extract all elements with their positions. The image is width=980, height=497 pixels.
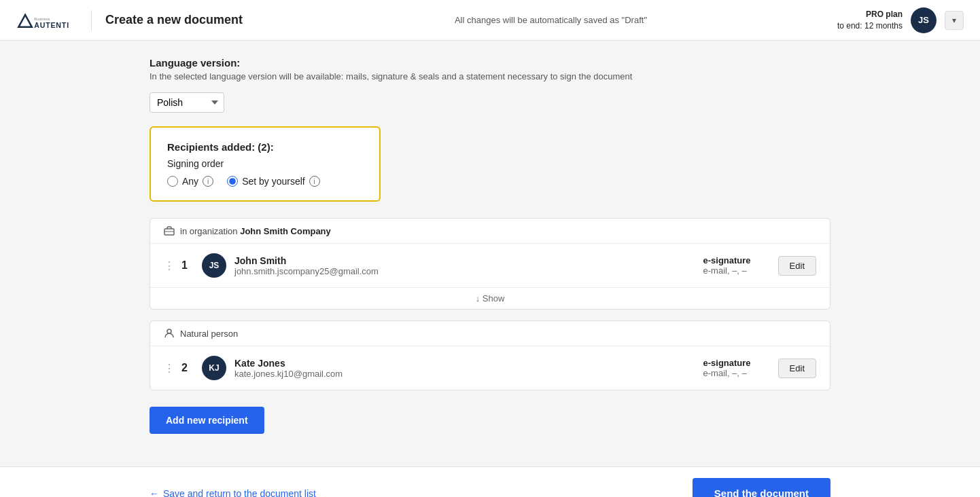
- recipient-name-1: John Smith: [234, 255, 703, 266]
- show-row-1[interactable]: ↓ Show: [150, 287, 830, 309]
- sig-info-1: e-signature e-mail, –, –: [703, 255, 751, 276]
- org-header-2: Natural person: [150, 321, 830, 346]
- recipient-info-2: Kate Jones kate.jones.kj10@gmail.com: [234, 358, 703, 379]
- main-content: Language version: In the selected langua…: [0, 41, 980, 466]
- svg-point-5: [167, 329, 171, 333]
- sig-info-2: e-signature e-mail, –, –: [703, 358, 751, 378]
- recipient-avatar-2: KJ: [202, 356, 226, 380]
- svg-text:AUTENTI: AUTENTI: [34, 20, 69, 29]
- signing-order-label: Signing order: [167, 158, 363, 169]
- organization-icon: [164, 225, 175, 236]
- logo-area: Business AUTENTI Create a new document: [16, 8, 243, 33]
- recipient-avatar-1: JS: [202, 253, 226, 278]
- user-avatar[interactable]: JS: [911, 7, 937, 33]
- send-document-button[interactable]: Send the document: [693, 478, 830, 497]
- language-section: Language version: In the selected langua…: [150, 57, 830, 126]
- org-name-1: John Smith Company: [240, 226, 331, 236]
- radio-set-by-yourself[interactable]: Set by yourself i: [227, 176, 320, 187]
- add-recipient-button[interactable]: Add new recipient: [150, 407, 264, 434]
- save-link-label: Save and return to the document list: [163, 488, 316, 498]
- recipient-body-2: ⋮ 2 KJ Kate Jones kate.jones.kj10@gmail.…: [150, 346, 830, 390]
- radio-any[interactable]: Any i: [167, 176, 213, 187]
- header-right: PRO plan to end: 12 months JS ▾: [837, 7, 964, 33]
- recipients-title: Recipients added: (2):: [167, 141, 363, 153]
- language-section-title: Language version:: [150, 57, 830, 69]
- language-section-subtitle: In the selected language version will be…: [150, 71, 830, 81]
- drag-handle-1[interactable]: ⋮: [164, 259, 173, 272]
- header: Business AUTENTI Create a new document A…: [0, 0, 980, 41]
- order-num-2: 2: [181, 362, 192, 374]
- signing-order-radio-group: Any i Set by yourself i: [167, 176, 363, 187]
- recipient-email-1: john.smith.jscompany25@gmail.com: [234, 266, 703, 276]
- natural-person-icon: [164, 328, 175, 339]
- order-num-1: 1: [181, 259, 192, 272]
- any-info-icon: i: [203, 176, 213, 187]
- drag-handle-2[interactable]: ⋮: [164, 362, 173, 375]
- footer-bar: ← Save and return to the document list S…: [0, 466, 980, 497]
- natural-person-label: Natural person: [180, 329, 238, 339]
- org-header-1: in organization John Smith Company: [150, 219, 830, 244]
- recipient-info-1: John Smith john.smith.jscompany25@gmail.…: [234, 255, 703, 276]
- recipient-card-1: in organization John Smith Company ⋮ 1 J…: [150, 218, 830, 310]
- save-link[interactable]: ← Save and return to the document list: [150, 488, 316, 498]
- edit-button-2[interactable]: Edit: [778, 358, 816, 378]
- recipient-card-2: Natural person ⋮ 2 KJ Kate Jones kate.jo…: [150, 320, 830, 390]
- pro-plan-info: PRO plan to end: 12 months: [837, 9, 903, 32]
- recipients-box: Recipients added: (2): Signing order Any…: [150, 126, 381, 202]
- autosave-notice: All changes will be automatically saved …: [264, 15, 837, 25]
- user-menu-toggle[interactable]: ▾: [945, 11, 964, 30]
- recipient-name-2: Kate Jones: [234, 358, 703, 369]
- page-title: Create a new document: [105, 13, 243, 27]
- autenti-logo: Business AUTENTI: [16, 8, 77, 33]
- set-by-yourself-info-icon: i: [309, 176, 320, 187]
- language-select[interactable]: Polish English German French: [150, 92, 224, 113]
- back-arrow-icon: ←: [150, 488, 159, 498]
- recipient-email-2: kate.jones.kj10@gmail.com: [234, 369, 703, 379]
- svg-marker-0: [18, 14, 32, 26]
- edit-button-1[interactable]: Edit: [778, 256, 816, 276]
- recipient-body-1: ⋮ 1 JS John Smith john.smith.jscompany25…: [150, 244, 830, 287]
